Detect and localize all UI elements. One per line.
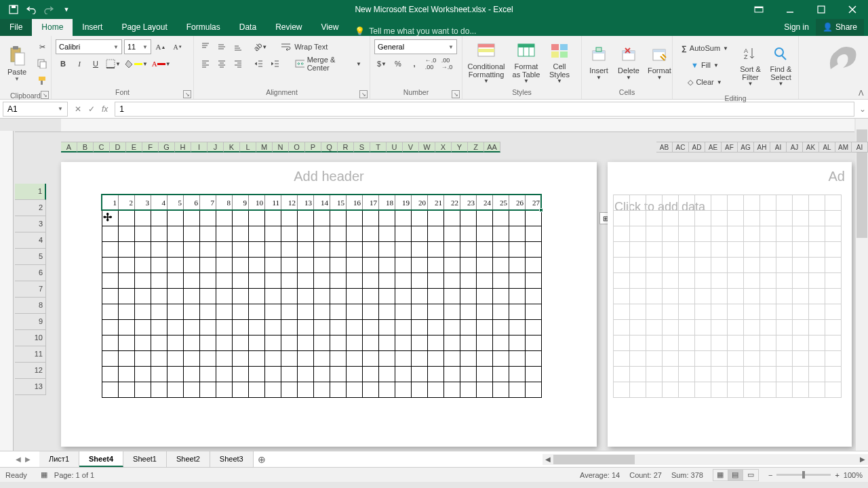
cell[interactable] bbox=[760, 273, 776, 289]
cell[interactable] bbox=[428, 382, 444, 398]
cell[interactable] bbox=[379, 382, 395, 398]
cell[interactable]: 10 bbox=[249, 195, 265, 211]
cell[interactable] bbox=[347, 211, 363, 226]
vertical-scrollbar[interactable] bbox=[856, 119, 868, 451]
cell[interactable] bbox=[526, 273, 542, 289]
cell[interactable] bbox=[663, 258, 679, 273]
qat-customize-icon[interactable]: ▼ bbox=[58, 1, 75, 18]
col-header-C[interactable]: C bbox=[94, 142, 110, 152]
cell[interactable] bbox=[428, 336, 444, 351]
cell[interactable] bbox=[135, 367, 151, 382]
cell[interactable] bbox=[630, 351, 646, 367]
cell[interactable] bbox=[379, 367, 395, 382]
cell[interactable] bbox=[776, 304, 793, 320]
cell[interactable] bbox=[711, 258, 728, 273]
alignment-launcher[interactable]: ↘ bbox=[359, 90, 368, 98]
cell[interactable]: 20 bbox=[412, 195, 428, 211]
cell[interactable] bbox=[281, 367, 298, 382]
cell[interactable] bbox=[614, 226, 630, 242]
minimize-icon[interactable] bbox=[774, 0, 806, 19]
add-header-placeholder-2[interactable]: Ad bbox=[829, 169, 845, 184]
cell[interactable] bbox=[493, 211, 509, 226]
cell[interactable] bbox=[102, 351, 119, 367]
cell[interactable] bbox=[249, 382, 265, 398]
cell[interactable] bbox=[460, 226, 477, 242]
cell[interactable] bbox=[216, 336, 233, 351]
cell[interactable] bbox=[233, 242, 249, 258]
cell[interactable] bbox=[135, 226, 151, 242]
col-header-AI[interactable]: AI bbox=[852, 142, 868, 152]
maximize-icon[interactable] bbox=[806, 0, 837, 19]
cell[interactable] bbox=[102, 226, 119, 242]
cell[interactable] bbox=[444, 351, 460, 367]
cell[interactable] bbox=[330, 382, 347, 398]
cell[interactable] bbox=[428, 289, 444, 304]
cell[interactable] bbox=[119, 336, 135, 351]
cell[interactable] bbox=[412, 273, 428, 289]
col-header-AC[interactable]: AC bbox=[673, 142, 689, 152]
cell[interactable] bbox=[233, 336, 249, 351]
cell[interactable]: 14 bbox=[314, 195, 330, 211]
cell[interactable] bbox=[395, 211, 412, 226]
cell[interactable] bbox=[363, 351, 379, 367]
cell[interactable] bbox=[216, 320, 233, 336]
cell[interactable] bbox=[825, 195, 842, 211]
cell[interactable]: 5 bbox=[167, 195, 184, 211]
row-header-3[interactable]: 3 bbox=[15, 216, 46, 232]
cell[interactable] bbox=[379, 320, 395, 336]
cell[interactable] bbox=[102, 382, 119, 398]
cell[interactable] bbox=[298, 336, 314, 351]
cell[interactable] bbox=[265, 382, 281, 398]
col-header-B[interactable]: B bbox=[77, 142, 94, 152]
cell[interactable] bbox=[663, 242, 679, 258]
cell[interactable] bbox=[728, 273, 744, 289]
insert-cells-button[interactable]: Insert▼ bbox=[584, 38, 614, 86]
zoom-in-button[interactable]: + bbox=[835, 471, 839, 479]
cell[interactable] bbox=[281, 258, 298, 273]
cell[interactable] bbox=[646, 367, 663, 382]
row-header-5[interactable]: 5 bbox=[15, 249, 46, 265]
cell[interactable] bbox=[793, 336, 809, 351]
cell[interactable] bbox=[793, 367, 809, 382]
cell[interactable] bbox=[347, 336, 363, 351]
cell[interactable] bbox=[760, 367, 776, 382]
cell[interactable] bbox=[776, 367, 793, 382]
cell[interactable] bbox=[630, 195, 646, 211]
cell[interactable] bbox=[695, 211, 711, 226]
cell[interactable] bbox=[184, 320, 200, 336]
cell[interactable] bbox=[793, 273, 809, 289]
cell[interactable] bbox=[630, 304, 646, 320]
empty-grid[interactable] bbox=[613, 195, 842, 398]
cell[interactable] bbox=[265, 211, 281, 226]
cell[interactable] bbox=[184, 211, 200, 226]
cell[interactable] bbox=[744, 226, 760, 242]
cell[interactable] bbox=[200, 273, 216, 289]
cell[interactable] bbox=[135, 382, 151, 398]
col-header-U[interactable]: U bbox=[387, 142, 403, 152]
cell[interactable] bbox=[184, 336, 200, 351]
cell[interactable] bbox=[509, 351, 526, 367]
view-page-break-button[interactable]: ▭ bbox=[743, 470, 758, 481]
cell[interactable] bbox=[184, 226, 200, 242]
cell[interactable] bbox=[630, 289, 646, 304]
cell[interactable] bbox=[825, 258, 842, 273]
cell[interactable] bbox=[119, 242, 135, 258]
cell[interactable] bbox=[330, 226, 347, 242]
cell[interactable] bbox=[135, 273, 151, 289]
cell[interactable] bbox=[428, 304, 444, 320]
cell[interactable] bbox=[151, 351, 167, 367]
sheet-tab-sheet4[interactable]: Sheet4 bbox=[79, 451, 123, 467]
cell[interactable] bbox=[809, 273, 825, 289]
col-header-Y[interactable]: Y bbox=[452, 142, 468, 152]
align-center-button[interactable] bbox=[214, 56, 229, 71]
cell[interactable] bbox=[233, 304, 249, 320]
row-header-12[interactable]: 12 bbox=[15, 363, 46, 379]
cell[interactable] bbox=[167, 336, 184, 351]
cell[interactable] bbox=[249, 351, 265, 367]
cell[interactable] bbox=[695, 195, 711, 211]
cell[interactable] bbox=[744, 242, 760, 258]
cell[interactable] bbox=[379, 351, 395, 367]
cell[interactable] bbox=[347, 304, 363, 320]
cell[interactable] bbox=[825, 382, 842, 398]
cell[interactable] bbox=[477, 382, 493, 398]
